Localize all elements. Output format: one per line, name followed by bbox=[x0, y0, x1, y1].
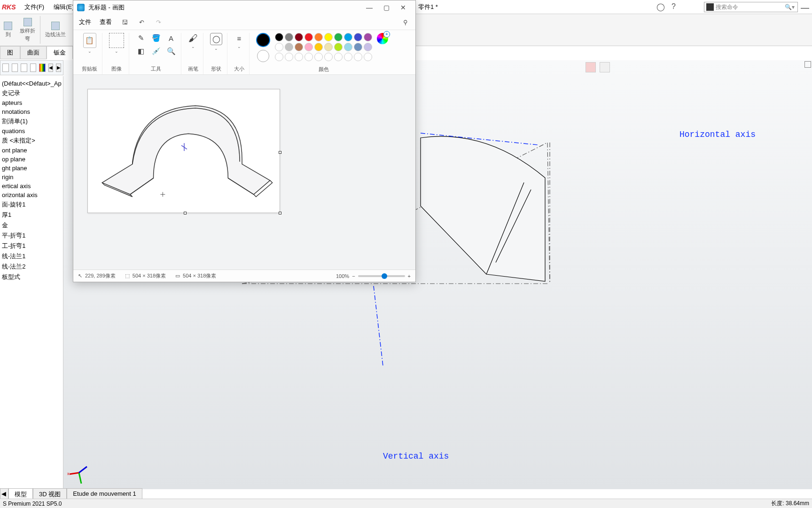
tree-item[interactable]: 厚1 bbox=[0, 210, 63, 220]
btab-motion[interactable]: Etude de mouvement 1 bbox=[67, 488, 142, 500]
btab-arrow[interactable]: ◀ bbox=[0, 488, 8, 500]
color-swatch[interactable] bbox=[324, 53, 333, 61]
eraser-icon[interactable]: ◧ bbox=[136, 46, 146, 56]
magnifier-icon[interactable]: 🔍 bbox=[166, 46, 176, 56]
menu-file[interactable]: 文件 bbox=[79, 18, 91, 26]
tab-surface[interactable]: 曲面 bbox=[20, 46, 47, 59]
save-icon[interactable]: 🖫 bbox=[120, 18, 129, 26]
color2[interactable] bbox=[257, 50, 269, 62]
zoom-in[interactable]: + bbox=[408, 273, 411, 279]
command-search[interactable]: 搜索命令 🔍▾ bbox=[704, 2, 798, 12]
color-swatch[interactable] bbox=[304, 33, 313, 41]
color-swatch[interactable] bbox=[324, 43, 333, 51]
pencil-icon[interactable]: ✎ bbox=[136, 33, 146, 43]
tree-item[interactable]: 板型式 bbox=[0, 272, 63, 282]
color-swatch[interactable] bbox=[285, 33, 293, 41]
color-swatch[interactable] bbox=[344, 43, 352, 51]
color-swatch[interactable] bbox=[314, 53, 323, 61]
tree-item[interactable]: nnotations bbox=[0, 107, 63, 116]
color-swatch[interactable] bbox=[314, 33, 323, 41]
color-swatch[interactable] bbox=[334, 53, 343, 61]
shapes-dropdown[interactable]: ⌄ bbox=[214, 46, 218, 51]
paste-dropdown[interactable]: ⌄ bbox=[88, 49, 92, 54]
btab-model[interactable]: 模型 bbox=[8, 488, 33, 500]
edit-colors-icon[interactable] bbox=[377, 33, 388, 44]
viewport-menu-icon[interactable] bbox=[804, 61, 811, 68]
color-swatch[interactable] bbox=[285, 43, 293, 51]
color-swatch[interactable] bbox=[334, 43, 343, 51]
fill-icon[interactable]: 🪣 bbox=[151, 33, 161, 43]
brush-dropdown[interactable]: ⌄ bbox=[191, 44, 195, 49]
tree-item[interactable]: op plane bbox=[0, 155, 63, 164]
text-icon[interactable]: A bbox=[166, 33, 176, 43]
redo-icon[interactable]: ↷ bbox=[154, 18, 163, 26]
btab-3dview[interactable]: 3D 视图 bbox=[33, 488, 67, 500]
color-swatch[interactable] bbox=[354, 33, 362, 41]
size-icon[interactable]: ≡ bbox=[234, 33, 244, 43]
view-tool-icon[interactable] bbox=[600, 62, 610, 72]
color-swatch[interactable] bbox=[314, 43, 323, 51]
tab-sketch[interactable]: 图 bbox=[0, 46, 20, 59]
color-swatch[interactable] bbox=[275, 33, 283, 41]
panel-prev[interactable]: ◀ bbox=[48, 64, 54, 72]
maximize-button[interactable]: ▢ bbox=[378, 4, 395, 11]
picker-icon[interactable]: 💉 bbox=[151, 46, 161, 56]
tree-item[interactable]: 线-法兰1 bbox=[0, 251, 63, 262]
color-swatch[interactable] bbox=[354, 43, 362, 51]
tree-item[interactable]: apteurs bbox=[0, 98, 63, 107]
tree-item[interactable]: 质 <未指定> bbox=[0, 135, 63, 146]
minimize-icon[interactable]: — bbox=[801, 3, 809, 13]
tree-item[interactable]: 线-法兰2 bbox=[0, 262, 63, 272]
view-tool-icon[interactable] bbox=[586, 62, 596, 72]
menu-view[interactable]: 查看 bbox=[100, 18, 112, 26]
minimize-button[interactable]: — bbox=[361, 4, 378, 11]
paint-titlebar[interactable]: 无标题 - 画图 — ▢ ✕ bbox=[73, 0, 415, 15]
tree-item[interactable]: ght plane bbox=[0, 164, 63, 173]
user-icon[interactable]: ◯ bbox=[656, 2, 665, 11]
brush-icon[interactable]: 🖌 bbox=[188, 33, 198, 43]
orientation-triad[interactable]: x bbox=[67, 461, 91, 484]
paste-icon[interactable]: 📋 bbox=[83, 33, 96, 48]
tab-sheetmetal[interactable]: 钣金 bbox=[47, 46, 73, 59]
color-swatch[interactable] bbox=[354, 53, 362, 61]
color-swatch[interactable] bbox=[364, 53, 372, 61]
tree-item[interactable]: 工-折弯1 bbox=[0, 241, 63, 251]
color-swatch[interactable] bbox=[364, 33, 372, 41]
color-swatch[interactable] bbox=[334, 33, 343, 41]
tree-item[interactable]: orizontal axis bbox=[0, 190, 63, 199]
panel-icon[interactable] bbox=[39, 64, 46, 72]
tree-item[interactable]: ertical axis bbox=[0, 182, 63, 190]
share-icon[interactable]: ⚲ bbox=[401, 18, 410, 26]
close-button[interactable]: ✕ bbox=[395, 4, 412, 11]
tree-item[interactable]: 史记录 bbox=[0, 88, 63, 98]
tree-item[interactable]: 面-旋转1 bbox=[0, 199, 63, 210]
ribbon-btn[interactable]: 到 bbox=[0, 14, 16, 46]
color-swatch[interactable] bbox=[304, 43, 313, 51]
select-tool[interactable] bbox=[109, 33, 124, 48]
shapes-icon[interactable]: ◯ bbox=[210, 33, 222, 45]
pasted-image[interactable] bbox=[87, 89, 280, 213]
color-swatch[interactable] bbox=[295, 33, 303, 41]
size-dropdown[interactable]: ⌄ bbox=[237, 44, 241, 49]
help-icon[interactable]: ? bbox=[671, 2, 676, 11]
select-dropdown[interactable]: ⌄ bbox=[115, 49, 118, 54]
color-swatch[interactable] bbox=[364, 43, 372, 51]
color-swatch[interactable] bbox=[344, 33, 352, 41]
menu-file[interactable]: 文件(F) bbox=[20, 3, 49, 11]
zoom-slider[interactable] bbox=[358, 275, 405, 277]
tree-item[interactable]: (Défaut<<Défaut>_Ap bbox=[0, 79, 63, 88]
color1[interactable] bbox=[256, 33, 270, 47]
paint-canvas-area[interactable] bbox=[73, 75, 415, 270]
panel-icon[interactable] bbox=[30, 64, 37, 72]
tree-item[interactable]: 割清单(1) bbox=[0, 116, 63, 127]
color-swatch[interactable] bbox=[295, 43, 303, 51]
panel-next[interactable]: ▶ bbox=[56, 64, 61, 72]
tree-item[interactable]: ont plane bbox=[0, 146, 63, 155]
color-swatch[interactable] bbox=[295, 53, 303, 61]
color-swatch[interactable] bbox=[304, 53, 313, 61]
color-swatch[interactable] bbox=[324, 33, 333, 41]
ribbon-edge-flange[interactable]: 边线法兰 bbox=[41, 14, 70, 46]
tree-item[interactable]: 金 bbox=[0, 220, 63, 230]
color-swatch[interactable] bbox=[275, 53, 283, 61]
tree-item[interactable]: 平-折弯1 bbox=[0, 230, 63, 241]
